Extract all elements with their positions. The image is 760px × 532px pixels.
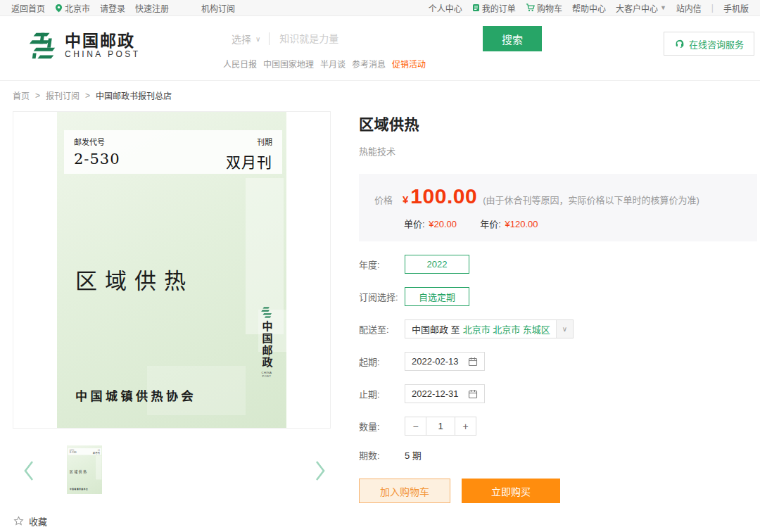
year-price-value: ¥120.00 (505, 219, 538, 229)
cover-brand-en: CHINA POST (258, 371, 276, 378)
cover-publisher: 中国城镇供热协会 (75, 386, 196, 404)
promo-link[interactable]: 促销活动 (392, 58, 426, 70)
price-value: 100.00 (410, 184, 477, 208)
subscribe-option-button[interactable]: 自选定期 (405, 287, 469, 306)
frequency-value: 双月刊 (226, 151, 272, 172)
hot-word-link[interactable]: 人民日报 (223, 58, 257, 70)
magazine-cover-image: 邮发代号 2-530 刊期 双月刊 区域供热 (57, 112, 286, 429)
issues-value: 5 期 (405, 448, 422, 462)
quantity-label: 数量: (359, 419, 405, 433)
hot-word-link[interactable]: 参考消息 (352, 58, 386, 70)
star-icon (13, 516, 24, 526)
mobile-version-link[interactable]: 手机版 (723, 2, 749, 14)
main-content: 邮发代号 2-530 刊期 双月刊 区域供热 (0, 108, 760, 528)
favorite-label: 收藏 (29, 514, 47, 528)
year-field-label: 年度: (359, 258, 405, 271)
postal-code-label: 邮发代号 (74, 136, 120, 147)
delivery-location: 北京市 北京市 东城区 (463, 322, 550, 336)
subscribe-field-label: 订阅选择: (359, 290, 405, 303)
sub-prices: 单价: ¥20.00 年价: ¥120.00 (404, 217, 742, 230)
quantity-value[interactable]: 1 (426, 417, 455, 435)
carousel-next-button[interactable] (312, 457, 328, 485)
breadcrumb-store[interactable]: 中国邮政书报刊总店 (96, 89, 172, 101)
year-option-button[interactable]: 2022 (405, 255, 469, 274)
frequency-label: 刊期 (226, 136, 272, 147)
vip-center-menu[interactable]: 大客户中心▼ (616, 2, 666, 14)
buy-now-button[interactable]: 立即购买 (462, 479, 560, 503)
help-center-link[interactable]: 帮助中心 (572, 2, 606, 14)
cover-brand-cn: 中国邮政 (260, 321, 274, 369)
end-date-picker[interactable]: 2022-12-31 (405, 384, 485, 403)
personal-center-link[interactable]: 个人中心 (429, 2, 462, 14)
start-date-picker[interactable]: 2022-02-13 (405, 352, 485, 371)
cover-thumbnail[interactable]: 邮发代号 2-530 刊期 双月刊 区域供热 中国城镇供热协会 (67, 445, 102, 494)
my-orders-link[interactable]: 我的订单 (472, 2, 516, 14)
currency-symbol: ¥ (403, 194, 408, 205)
delivery-prefix: 中国邮政 至 (405, 322, 463, 336)
register-link[interactable]: 快速注册 (135, 2, 169, 14)
hot-word-link[interactable]: 中国国家地理 (263, 58, 314, 70)
thumbnail-carousel: 邮发代号 2-530 刊期 双月刊 区域供热 中国城镇供热协会 (13, 444, 331, 503)
breadcrumb-home[interactable]: 首页 (13, 89, 30, 101)
location-pin-icon (55, 4, 63, 13)
carousel-prev-button[interactable] (21, 457, 37, 485)
top-utility-bar: 返回首页 北京市 请登录 快速注册 机构订阅 个人中心 我的订单 购物车 帮助中… (0, 0, 760, 16)
online-consult-button[interactable]: 在线咨询服务 (664, 32, 754, 56)
favorite-button[interactable]: 收藏 (13, 514, 331, 528)
breadcrumb-separator: > (85, 91, 90, 101)
cover-title: 区域供热 (75, 263, 194, 295)
calendar-icon (468, 357, 478, 367)
breadcrumb: 首页 > 报刊订阅 > 中国邮政书报刊总店 (0, 81, 760, 108)
breadcrumb-subscribe[interactable]: 报刊订阅 (46, 89, 80, 101)
issues-label: 期数: (359, 448, 405, 462)
year-price-label: 年价: (480, 219, 501, 229)
brand-name-en: CHINA POST (65, 49, 141, 59)
end-date-value: 2022-12-31 (412, 388, 459, 399)
search-button[interactable]: 搜索 (483, 26, 542, 51)
product-title: 区域供热 (359, 113, 757, 134)
city-selector[interactable]: 北京市 (55, 2, 90, 14)
divider: | (711, 3, 714, 13)
site-mail-link[interactable]: 站内信 (676, 2, 702, 14)
orders-icon (472, 4, 480, 12)
deliver-field-label: 配送至: (359, 322, 405, 336)
start-date-label: 起期: (359, 355, 405, 368)
product-gallery: 邮发代号 2-530 刊期 双月刊 区域供热 (13, 111, 331, 528)
login-link[interactable]: 请登录 (100, 2, 125, 14)
unit-price-label: 单价: (404, 219, 425, 229)
delivery-address-select[interactable]: 中国邮政 至 北京市 北京市 东城区 ∨ (405, 319, 574, 338)
hot-word-link[interactable]: 半月谈 (320, 58, 346, 70)
end-date-label: 止期: (359, 387, 405, 400)
china-post-logo-icon (27, 30, 59, 61)
cover-brand-mark: 中国邮政 CHINA POST (258, 306, 276, 378)
chevron-down-icon: ▼ (660, 4, 666, 11)
add-to-cart-button[interactable]: 加入购物车 (359, 479, 450, 503)
cart-icon (526, 4, 535, 12)
site-header: 中国邮政 CHINA POST 选择 ∨ 搜索 人民日报 中国国家地理 半月谈 … (0, 16, 760, 81)
quantity-increase-button[interactable]: + (455, 417, 476, 435)
breadcrumb-separator: > (35, 91, 40, 101)
chevron-down-icon: ∨ (255, 35, 260, 43)
back-home-link[interactable]: 返回首页 (11, 2, 45, 14)
purchase-actions: 加入购物车 立即购买 (359, 479, 757, 503)
product-info: 区域供热 热能技术 价格 ¥ 100.00 (由于休合刊等原因，实际价格以下单时… (359, 111, 757, 528)
magazine-cover-thumb: 邮发代号 2-530 刊期 双月刊 区域供热 中国城镇供热协会 (67, 445, 102, 494)
chevron-down-icon: ∨ (556, 320, 573, 338)
postal-code-value: 2-530 (74, 151, 120, 167)
org-subscribe-link[interactable]: 机构订阅 (201, 2, 235, 14)
quantity-stepper: − 1 + (405, 417, 476, 436)
hot-keywords: 人民日报 中国国家地理 半月谈 参考消息 促销活动 (222, 58, 542, 70)
price-note: (由于休合刊等原因，实际价格以下单时的核算价为准) (483, 193, 699, 206)
unit-price-value: ¥20.00 (429, 219, 457, 229)
search-category-select[interactable]: 选择 ∨ (222, 32, 269, 46)
search-input[interactable] (270, 33, 474, 44)
start-date-value: 2022-02-13 (412, 356, 459, 367)
brand-name-cn: 中国邮政 (65, 32, 141, 49)
price-label: 价格 (374, 193, 393, 206)
quantity-decrease-button[interactable]: − (405, 417, 426, 435)
china-post-logo-icon (260, 306, 274, 319)
cart-link[interactable]: 购物车 (526, 2, 562, 14)
site-logo[interactable]: 中国邮政 CHINA POST (27, 30, 141, 61)
search-area: 选择 ∨ 搜索 人民日报 中国国家地理 半月谈 参考消息 促销活动 (222, 26, 542, 70)
price-panel: 价格 ¥ 100.00 (由于休合刊等原因，实际价格以下单时的核算价为准) 单价… (359, 174, 757, 241)
